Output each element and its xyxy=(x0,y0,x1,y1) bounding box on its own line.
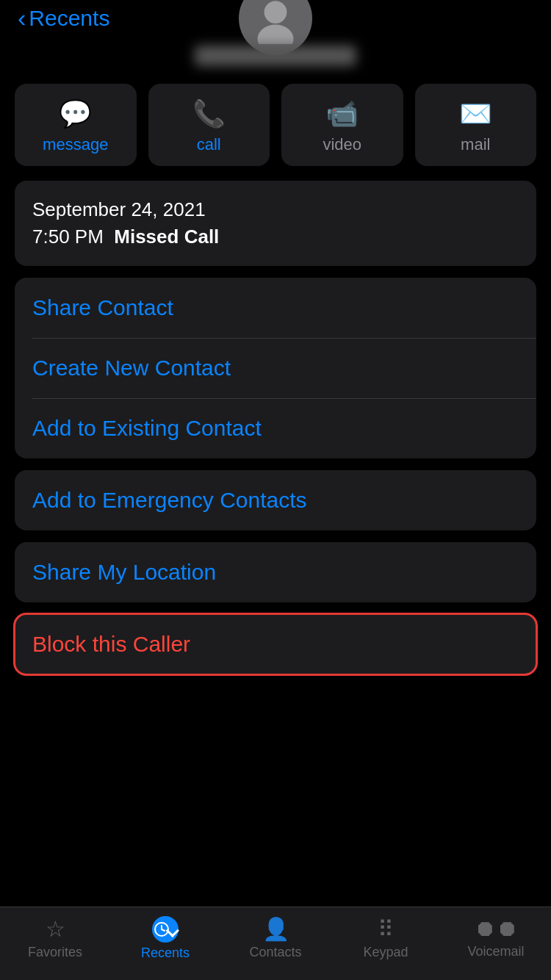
block-this-caller-button[interactable]: Block this Caller xyxy=(15,614,536,674)
video-label: video xyxy=(323,135,361,154)
tab-bar: ☆ Favorites Recents 👤 Contacts ⠿ Keypad … xyxy=(0,907,551,980)
video-button[interactable]: 📹 video xyxy=(281,84,403,166)
share-contact-button[interactable]: Share Contact xyxy=(15,278,536,338)
clock-icon xyxy=(154,921,170,937)
contacts-label: Contacts xyxy=(249,945,301,960)
keypad-label: Keypad xyxy=(363,945,408,960)
share-my-location-button[interactable]: Share My Location xyxy=(15,542,536,602)
tab-voicemail[interactable]: ⏺⏺ Voicemail xyxy=(441,916,551,959)
voicemail-icon: ⏺⏺ xyxy=(474,916,518,941)
avatar-icon xyxy=(250,0,301,44)
call-time-status: 7:50 PM Missed Call xyxy=(32,226,519,248)
favorites-icon: ☆ xyxy=(46,916,65,942)
block-caller-card: Block this Caller xyxy=(15,614,536,674)
call-time: 7:50 PM xyxy=(32,226,104,248)
phone-icon: 📞 xyxy=(192,98,226,129)
tab-favorites[interactable]: ☆ Favorites xyxy=(0,916,110,960)
call-status: Missed Call xyxy=(114,226,219,248)
tab-contacts[interactable]: 👤 Contacts xyxy=(220,916,331,960)
svg-point-0 xyxy=(264,1,287,24)
emergency-contacts-card: Add to Emergency Contacts xyxy=(15,470,536,530)
back-button[interactable]: ‹ Recents xyxy=(18,6,109,31)
favorites-label: Favorites xyxy=(28,945,82,960)
mail-icon: ✉️ xyxy=(459,98,492,129)
header: ‹ Recents xyxy=(0,0,551,31)
add-to-existing-contact-button[interactable]: Add to Existing Contact xyxy=(15,398,536,458)
tab-recents[interactable]: Recents xyxy=(110,916,220,961)
voicemail-label: Voicemail xyxy=(467,944,524,959)
tab-keypad[interactable]: ⠿ Keypad xyxy=(331,916,441,960)
message-label: message xyxy=(43,135,108,154)
add-to-emergency-contacts-button[interactable]: Add to Emergency Contacts xyxy=(15,470,536,530)
action-buttons-row: 💬 message 📞 call 📹 video ✉️ mail xyxy=(0,84,551,166)
mail-label: mail xyxy=(461,135,490,154)
contact-options-card: Share Contact Create New Contact Add to … xyxy=(15,278,536,458)
svg-point-1 xyxy=(258,24,294,44)
recents-label: Recents xyxy=(141,945,190,961)
recents-icon xyxy=(152,916,179,943)
back-chevron-icon: ‹ xyxy=(18,5,26,30)
create-new-contact-button[interactable]: Create New Contact xyxy=(15,338,536,398)
message-button[interactable]: 💬 message xyxy=(15,84,137,166)
call-button[interactable]: 📞 call xyxy=(148,84,270,166)
contacts-icon: 👤 xyxy=(262,916,289,942)
keypad-icon: ⠿ xyxy=(378,916,394,942)
share-location-card: Share My Location xyxy=(15,542,536,602)
back-label: Recents xyxy=(29,6,109,31)
message-icon: 💬 xyxy=(59,98,92,129)
call-label: call xyxy=(197,135,221,154)
call-info-card: September 24, 2021 7:50 PM Missed Call xyxy=(15,181,536,266)
call-date: September 24, 2021 xyxy=(32,198,519,221)
video-icon: 📹 xyxy=(325,98,359,129)
mail-button[interactable]: ✉️ mail xyxy=(415,84,537,166)
svg-line-4 xyxy=(162,929,165,931)
phone-number-blurred xyxy=(195,46,356,66)
